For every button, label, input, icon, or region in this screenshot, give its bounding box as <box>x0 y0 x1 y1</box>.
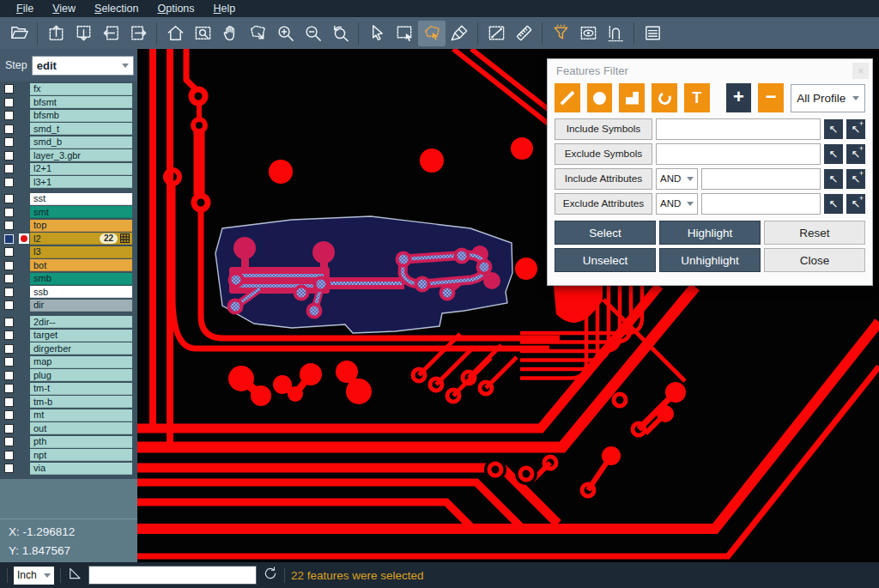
menu-help[interactable]: Help <box>204 0 246 17</box>
layer-checkbox[interactable] <box>4 318 14 327</box>
layer-checkbox[interactable] <box>4 221 14 230</box>
angle-measure-icon[interactable] <box>67 566 82 585</box>
layer-name[interactable]: bot <box>30 259 132 271</box>
pan-left-button[interactable] <box>97 21 124 46</box>
layer-checkbox[interactable] <box>4 288 14 297</box>
zoom-previous-button[interactable] <box>326 21 354 46</box>
layer-checkbox[interactable] <box>4 384 14 393</box>
view-options-button[interactable] <box>574 21 602 46</box>
layer-name[interactable]: bfsmt <box>30 96 132 108</box>
pick-from-canvas-button[interactable]: ↖ <box>824 169 843 189</box>
layer-checkbox[interactable] <box>4 151 14 161</box>
exclude-symbols-input[interactable] <box>656 143 821 165</box>
layer-name[interactable]: npt <box>30 449 132 461</box>
pick-add-from-canvas-button[interactable]: ↖+ <box>846 169 865 189</box>
dialog-close-button[interactable]: × <box>852 63 869 79</box>
pick-add-from-canvas-button[interactable]: ↖+ <box>846 119 865 139</box>
zoom-area-button[interactable] <box>244 21 271 46</box>
select-button[interactable]: Select <box>555 221 656 245</box>
pick-add-from-canvas-button[interactable]: ↖+ <box>846 194 865 214</box>
layer-name[interactable]: target <box>30 330 132 342</box>
pick-add-from-canvas-button[interactable]: ↖+ <box>846 144 865 164</box>
layer-name[interactable]: l222 <box>30 233 132 245</box>
layer-checkbox[interactable] <box>4 410 14 420</box>
layer-name[interactable]: bfsmb <box>30 110 132 122</box>
layer-checkbox[interactable] <box>4 98 14 107</box>
measure-ruler-button[interactable] <box>510 21 537 46</box>
dialog-titlebar[interactable]: Features Filter × <box>548 59 872 82</box>
include-symbols-input[interactable] <box>656 118 821 140</box>
layer-name[interactable]: pth <box>30 436 132 448</box>
layer-name[interactable]: map <box>30 356 132 368</box>
unselect-button[interactable]: Unselect <box>555 248 656 272</box>
filter-type-text-button[interactable]: T <box>684 83 710 112</box>
profile-dropdown[interactable]: All Profile <box>791 84 865 112</box>
menu-options[interactable]: Options <box>148 0 203 17</box>
layer-checkbox[interactable] <box>4 178 14 187</box>
pan-up-button[interactable] <box>42 21 70 46</box>
filter-type-arc-button[interactable] <box>652 83 677 112</box>
include-symbols-button[interactable]: Include Symbols <box>555 118 652 140</box>
layer-checkbox[interactable] <box>4 124 14 134</box>
layer-checkbox[interactable] <box>4 234 14 244</box>
layer-name[interactable]: 2dir-- <box>30 316 132 328</box>
layer-checkbox[interactable] <box>4 208 14 217</box>
layer-checkbox[interactable] <box>4 194 14 203</box>
highlight-brush-button[interactable] <box>446 21 473 46</box>
layer-name[interactable]: fx <box>30 83 132 95</box>
highlight-button[interactable]: Highlight <box>659 221 761 245</box>
layer-name[interactable]: l2+1 <box>30 163 132 175</box>
measure-distance-button[interactable] <box>482 21 510 46</box>
layer-checkbox[interactable] <box>4 357 14 367</box>
layer-name[interactable]: top <box>30 220 132 232</box>
zoom-in-button[interactable] <box>271 21 299 46</box>
layer-name[interactable]: tm-t <box>30 383 132 395</box>
refresh-icon[interactable] <box>263 566 278 585</box>
layer-name[interactable]: mt <box>30 409 132 421</box>
unit-dropdown[interactable]: Inch <box>14 567 54 585</box>
home-view-button[interactable] <box>161 21 189 46</box>
pick-from-canvas-button[interactable]: ↖ <box>824 194 843 214</box>
operator-dropdown[interactable]: AND <box>656 168 698 190</box>
layer-name[interactable]: l3+1 <box>30 176 132 188</box>
select-polygon-button[interactable] <box>418 21 446 46</box>
layer-checkbox[interactable] <box>4 164 14 173</box>
pick-from-canvas-button[interactable]: ↖ <box>824 119 843 139</box>
include-attributes-input[interactable] <box>701 168 821 190</box>
layer-checkbox[interactable] <box>4 371 14 380</box>
layer-checkbox[interactable] <box>4 274 14 283</box>
select-cursor-button[interactable] <box>363 21 391 46</box>
zoom-window-button[interactable] <box>189 21 216 46</box>
zoom-out-button[interactable] <box>299 21 326 46</box>
remove-filter-button[interactable]: − <box>758 83 784 112</box>
filter-type-pad-button[interactable] <box>587 83 613 112</box>
layer-name[interactable]: plug <box>30 369 132 381</box>
layer-name[interactable]: layer_3.gbr <box>30 149 132 161</box>
snap-mode-button[interactable] <box>602 21 629 46</box>
layer-checkbox[interactable] <box>4 344 14 354</box>
open-file-button[interactable] <box>5 21 33 46</box>
operator-dropdown[interactable]: AND <box>656 193 698 215</box>
unhighlight-button[interactable]: Unhighlight <box>659 248 761 272</box>
menu-view[interactable]: View <box>43 0 85 17</box>
layer-name[interactable]: smb <box>30 273 132 285</box>
layer-name[interactable]: out <box>30 422 132 434</box>
exclude-attributes-input[interactable] <box>701 193 821 215</box>
close-button[interactable]: Close <box>764 248 865 272</box>
layer-name[interactable]: via <box>30 463 132 475</box>
pan-down-button[interactable] <box>70 21 97 46</box>
layer-checkbox[interactable] <box>4 247 14 257</box>
add-filter-button[interactable]: + <box>726 83 752 112</box>
layer-name[interactable]: tm-b <box>30 396 132 408</box>
filter-type-surface-button[interactable] <box>619 83 645 112</box>
layer-checkbox[interactable] <box>4 111 14 120</box>
command-input[interactable] <box>88 566 257 585</box>
layer-name[interactable]: ssb <box>30 286 132 298</box>
filter-type-line-button[interactable] <box>555 83 580 112</box>
layer-form-button[interactable] <box>639 21 666 46</box>
layer-checkbox[interactable] <box>4 424 14 433</box>
pan-hand-button[interactable] <box>216 21 244 46</box>
layer-name[interactable]: smd_b <box>30 136 132 149</box>
layer-checkbox[interactable] <box>4 437 14 446</box>
menu-file[interactable]: File <box>7 0 43 17</box>
